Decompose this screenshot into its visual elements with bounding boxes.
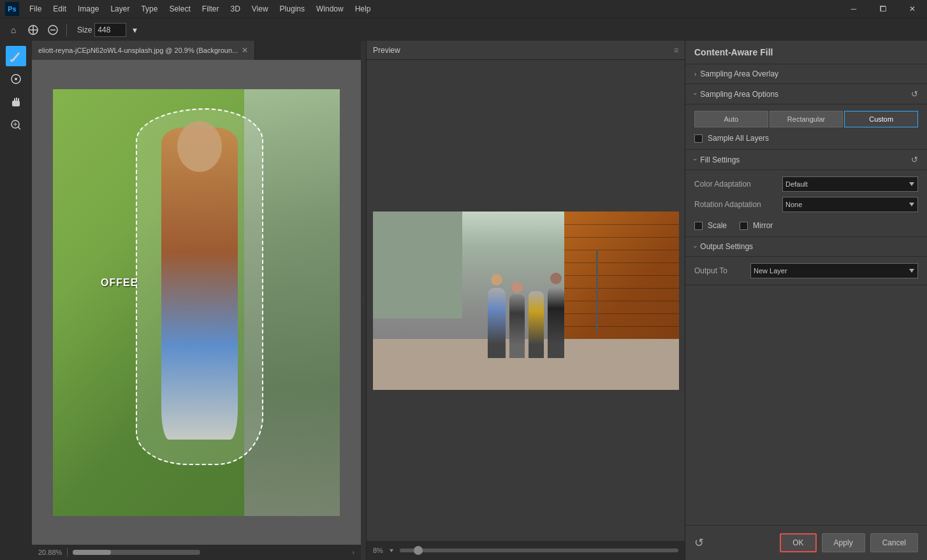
fill-settings-title: Fill Settings [700, 155, 740, 164]
window-controls: ─ ⧠ ✕ [839, 0, 927, 18]
scale-label: Scale [708, 221, 727, 230]
zoom-scroll-bar[interactable] [73, 550, 200, 555]
output-settings-header[interactable]: › Output Settings [685, 237, 927, 257]
restore-button[interactable]: ⧠ [868, 0, 898, 18]
output-to-row: Output To New Layer Current Layer Duplic… [694, 263, 918, 278]
preview-bottom-bar: 8% [367, 541, 685, 560]
subtract-icon [47, 24, 59, 36]
menu-edit[interactable]: Edit [48, 3, 71, 15]
mirror-row: Mirror [740, 221, 773, 230]
fill-settings-reset[interactable]: ↺ [911, 155, 918, 164]
fill-settings-header[interactable]: › Fill Settings ↺ [685, 150, 927, 170]
sample-all-layers-label: Sample All Layers [708, 134, 769, 143]
remove-area-button[interactable] [45, 22, 61, 38]
footer-reset-button[interactable]: ↺ [694, 536, 704, 550]
rotation-adaptation-row: Rotation Adaptation None Low Medium High… [694, 197, 918, 212]
size-label: Size [77, 25, 92, 34]
tab-close-button[interactable]: ✕ [242, 46, 248, 55]
zoom-tool[interactable] [6, 115, 26, 135]
menu-3d[interactable]: 3D [225, 3, 245, 15]
rotation-adaptation-select[interactable]: None Low Medium High Full [782, 197, 918, 212]
preview-panel: Preview ≡ [366, 41, 685, 560]
svg-marker-16 [390, 549, 393, 552]
svg-rect-8 [12, 101, 20, 106]
hand-tool[interactable] [6, 92, 26, 112]
menu-layer[interactable]: Layer [105, 3, 135, 15]
doc-tab-title: eliott-reyna-jCEpN62oWL4-unsplash.jpg @ … [38, 47, 238, 54]
apply-button[interactable]: Apply [822, 533, 865, 552]
output-settings-chevron: › [692, 245, 699, 247]
sampling-overlay-header[interactable]: › Sampling Area Overlay [685, 64, 927, 84]
ok-button[interactable]: OK [780, 533, 816, 552]
brush-tool[interactable] [6, 46, 26, 66]
sampling-options-reset[interactable]: ↺ [911, 89, 918, 99]
menu-view[interactable]: View [247, 3, 274, 15]
svg-rect-9 [14, 98, 15, 101]
sample-all-layers-row: Sample All Layers [694, 134, 918, 143]
person-figure [161, 127, 238, 440]
fill-settings-content: Color Adaptation Default None High Very … [685, 170, 927, 237]
output-to-select[interactable]: New Layer Current Layer Duplicate Layer [750, 263, 918, 278]
preview-header: Preview ≡ [367, 41, 685, 60]
toolbar: ⌂ Size ▾ [0, 18, 927, 41]
minimize-button[interactable]: ─ [839, 0, 868, 18]
preview-image [373, 212, 679, 390]
sampling-rectangular-button[interactable]: Rectangular [770, 111, 843, 127]
menu-plugins[interactable]: Plugins [275, 3, 310, 15]
zoom-down-arrow-icon [388, 547, 395, 554]
cancel-button[interactable]: Cancel [870, 533, 918, 552]
sampling-auto-button[interactable]: Auto [694, 111, 768, 127]
canvas-image: OFFEE [53, 89, 340, 516]
size-input[interactable] [94, 23, 126, 37]
menu-file[interactable]: File [24, 3, 47, 15]
status-bar: 20.88% › [32, 545, 361, 560]
mirror-checkbox[interactable] [740, 222, 748, 230]
zoom-slider[interactable] [400, 549, 678, 552]
menubar: Ps ─ ⧠ ✕ File Edit Image Layer Type Sele… [0, 0, 927, 18]
scroll-right-arrow[interactable]: › [352, 549, 354, 556]
panel-collapse-handle[interactable]: ⋮ [361, 41, 366, 560]
sampling-custom-button[interactable]: Custom [844, 111, 918, 127]
sample-all-layers-checkbox[interactable] [694, 134, 703, 143]
preview-person-4 [548, 287, 564, 358]
menu-window[interactable]: Window [311, 3, 349, 15]
output-settings-title: Output Settings [700, 242, 753, 251]
person-head [177, 121, 222, 172]
menu-help[interactable]: Help [350, 3, 376, 15]
preview-person-3 [529, 291, 544, 358]
mirror-label: Mirror [753, 221, 773, 230]
right-panel: Content-Aware Fill › Sampling Area Overl… [685, 41, 927, 560]
preview-person-1 [488, 288, 506, 358]
menu-type[interactable]: Type [136, 3, 163, 15]
lasso-tool[interactable] [6, 69, 26, 89]
home-button[interactable]: ⌂ [5, 22, 22, 38]
canvas-wrapper[interactable]: OFFEE [32, 60, 361, 545]
fill-settings-chevron: › [692, 159, 699, 161]
panel-body: › Sampling Area Overlay › Sampling Area … [685, 64, 927, 525]
panel-title: Content-Aware Fill [685, 41, 927, 64]
sampling-options-content: Auto Rectangular Custom Sample All Layer… [685, 104, 927, 150]
svg-point-5 [10, 59, 13, 62]
preview-menu-button[interactable]: ≡ [674, 46, 678, 55]
brush-icon [27, 24, 40, 36]
color-adaptation-select[interactable]: Default None High Very High [782, 176, 918, 192]
output-settings-content: Output To New Layer Current Layer Duplic… [685, 257, 927, 285]
document-tab[interactable]: eliott-reyna-jCEpN62oWL4-unsplash.jpg @ … [32, 41, 255, 60]
building-text: OFFEE [101, 277, 138, 289]
color-adaptation-label: Color Adaptation [694, 180, 777, 189]
preview-person-2 [509, 294, 525, 358]
preview-canvas [367, 60, 685, 541]
color-adaptation-row: Color Adaptation Default None High Very … [694, 176, 918, 192]
tab-bar: eliott-reyna-jCEpN62oWL4-unsplash.jpg @ … [32, 41, 361, 60]
menu-filter[interactable]: Filter [197, 3, 224, 15]
scale-row: Scale [694, 221, 727, 230]
scale-checkbox[interactable] [694, 222, 703, 230]
sampling-options-header[interactable]: › Sampling Area Options ↺ [685, 84, 927, 104]
sampling-options-title: Sampling Area Options [700, 90, 778, 99]
size-dropdown[interactable]: ▾ [129, 22, 140, 38]
close-button[interactable]: ✕ [898, 0, 927, 18]
sampling-options-chevron: › [692, 93, 699, 95]
svg-rect-10 [16, 97, 17, 101]
menu-select[interactable]: Select [164, 3, 195, 15]
menu-image[interactable]: Image [73, 3, 104, 15]
